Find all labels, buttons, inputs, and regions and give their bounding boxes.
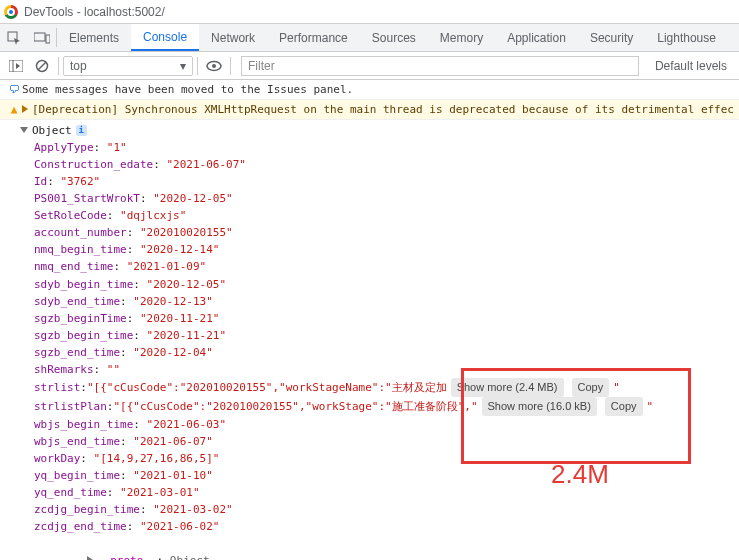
filter-placeholder: Filter (248, 59, 275, 73)
device-icon[interactable] (28, 24, 56, 51)
prop-wbjs_begin_time: wbjs_begin_time: "2021-06-03" (34, 416, 733, 433)
info-icon: 🗩 (6, 81, 22, 98)
panel-tabbar: Elements Console Network Performance Sou… (0, 24, 739, 52)
prop-sdyb_begin_time: sdyb_begin_time: "2020-12-05" (34, 276, 733, 293)
prop-Id: Id: "3762" (34, 173, 733, 190)
window-titlebar: DevTools - localhost:5002/ (0, 0, 739, 24)
deprecation-message: [Deprecation] Synchronous XMLHttpRequest… (22, 101, 733, 118)
prop-yq_end_time: yq_end_time: "2021-03-01" (34, 484, 733, 501)
filter-input[interactable]: Filter (241, 56, 639, 76)
copy-strlist[interactable]: Copy (572, 378, 610, 397)
prop-workDay: workDay: "[14,9,27,16,86,5]" (34, 450, 733, 467)
copy-strlistplan[interactable]: Copy (605, 397, 643, 416)
prop-strlistPlan: strlistPlan: "[{"cCusCode":"202010020155… (34, 397, 733, 416)
prop-yq_begin_time: yq_begin_time: "2021-01-10" (34, 467, 733, 484)
prop-zcdjg_begin_time: zcdjg_begin_time: "2021-03-02" (34, 501, 733, 518)
info-badge-icon[interactable]: i (76, 125, 87, 136)
prop-Construction_edate: Construction_edate: "2021-06-07" (34, 156, 733, 173)
prop-proto[interactable]: __proto__: Object (34, 535, 733, 560)
prop-nmq_end_time: nmq_end_time: "2021-01-09" (34, 258, 733, 275)
prop-sdyb_end_time: sdyb_end_time: "2020-12-13" (34, 293, 733, 310)
console-toolbar: top ▾ Filter Default levels (0, 52, 739, 80)
prop-sgzb_beginTime: sgzb_beginTime: "2020-11-21" (34, 310, 733, 327)
levels-select[interactable]: Default levels (647, 59, 735, 73)
chevron-down-icon: ▾ (180, 59, 186, 73)
prop-sgzb_end_time: sgzb_end_time: "2020-12-04" (34, 344, 733, 361)
context-select[interactable]: top ▾ (63, 56, 193, 76)
chrome-icon (4, 5, 18, 19)
issues-message: Some messages have been moved to the Iss… (22, 81, 733, 98)
tab-sources[interactable]: Sources (360, 24, 428, 51)
console-object: Object i ApplyType: "1" Construction_eda… (0, 120, 739, 560)
prop-shRemarks: shRemarks: "" (34, 361, 733, 378)
tab-console[interactable]: Console (131, 24, 199, 51)
prop-PS001_StartWrokT: PS001_StartWrokT: "2020-12-05" (34, 190, 733, 207)
svg-point-8 (212, 64, 216, 68)
tab-lighthouse[interactable]: Lighthouse (645, 24, 728, 51)
prop-nmq_begin_time: nmq_begin_time: "2020-12-14" (34, 241, 733, 258)
tab-network[interactable]: Network (199, 24, 267, 51)
inspect-icon[interactable] (0, 24, 28, 51)
tab-performance[interactable]: Performance (267, 24, 360, 51)
clear-console-icon[interactable] (30, 54, 54, 78)
prop-wbjs_end_time: wbjs_end_time: "2021-06-07" (34, 433, 733, 450)
collapse-icon[interactable] (20, 127, 28, 133)
console-output: 🗩 Some messages have been moved to the I… (0, 80, 739, 560)
console-row-deprecation: ▲ [Deprecation] Synchronous XMLHttpReque… (0, 100, 739, 120)
tab-security[interactable]: Security (578, 24, 645, 51)
window-title: DevTools - localhost:5002/ (24, 5, 165, 19)
svg-rect-2 (46, 35, 50, 43)
object-properties: ApplyType: "1" Construction_edate: "2021… (6, 139, 733, 560)
sidebar-toggle-icon[interactable] (4, 54, 28, 78)
prop-sgzb_begin_time: sgzb_begin_time: "2020-11-21" (34, 327, 733, 344)
object-label: Object (32, 122, 72, 139)
console-row-issues: 🗩 Some messages have been moved to the I… (0, 80, 739, 100)
show-more-strlist[interactable]: Show more (2.4 MB) (451, 378, 564, 397)
show-more-strlistplan[interactable]: Show more (16.0 kB) (482, 397, 597, 416)
svg-line-6 (38, 62, 46, 70)
svg-rect-1 (34, 33, 45, 41)
prop-strlist: strlist: "[{"cCusCode":"202010020155","w… (34, 378, 733, 397)
prop-zcdjg_end_time: zcdjg_end_time: "2021-06-02" (34, 518, 733, 535)
context-value: top (70, 59, 87, 73)
prop-SetRoleCode: SetRoleCode: "dqjlcxjs" (34, 207, 733, 224)
tab-memory[interactable]: Memory (428, 24, 495, 51)
annotation-label: 2.4M (551, 459, 609, 490)
tab-application[interactable]: Application (495, 24, 578, 51)
warning-icon: ▲ (6, 101, 22, 118)
live-expression-icon[interactable] (202, 54, 226, 78)
expand-icon (87, 556, 93, 560)
tab-elements[interactable]: Elements (57, 24, 131, 51)
prop-ApplyType: ApplyType: "1" (34, 139, 733, 156)
prop-account_number: account_number: "202010020155" (34, 224, 733, 241)
